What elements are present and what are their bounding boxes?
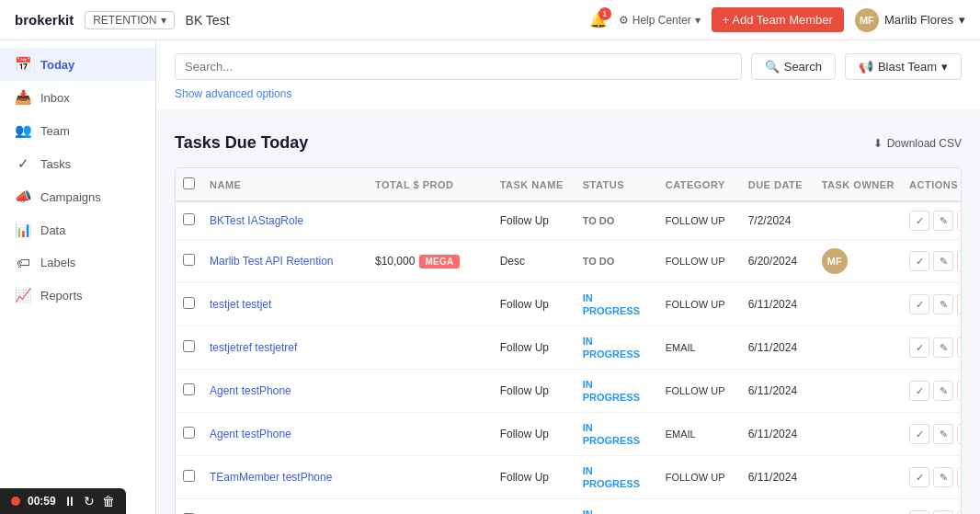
contact-name-link[interactable]: Marlib Test API Retention: [210, 255, 334, 268]
row-checkbox[interactable]: [183, 297, 195, 309]
row-status: IN PROGRESS: [575, 499, 658, 515]
contact-name-link[interactable]: testjetref testjetref: [210, 341, 297, 354]
action-edit-button[interactable]: ✎: [933, 510, 953, 514]
row-total: [368, 413, 493, 456]
row-checkbox-cell: [176, 240, 202, 283]
col-due-date: DUE DATE: [741, 168, 815, 201]
action-delete-button[interactable]: 🗑: [957, 381, 962, 401]
row-checkbox[interactable]: [183, 254, 195, 266]
recording-indicator: [11, 497, 20, 506]
action-check-button[interactable]: ✓: [909, 294, 929, 314]
search-row: 🔍 Search 📢 Blast Team ▾: [175, 53, 962, 80]
action-check-button[interactable]: ✓: [909, 424, 929, 444]
action-delete-button[interactable]: 🗑: [957, 251, 962, 271]
sidebar-item-labels[interactable]: 🏷 Labels: [0, 246, 155, 279]
row-checkbox[interactable]: [183, 383, 195, 395]
action-delete-button[interactable]: 🗑: [957, 510, 962, 514]
status-badge: TO DO: [583, 215, 615, 226]
row-task-name: Follow Up: [493, 201, 575, 240]
action-delete-button[interactable]: 🗑: [957, 424, 962, 444]
recording-stop-button[interactable]: 🗑: [102, 494, 115, 508]
retention-dropdown[interactable]: RETENTION ▾: [85, 11, 174, 29]
category-value: EMAIL: [666, 428, 696, 440]
user-menu-button[interactable]: MF Marlib Flores ▾: [855, 8, 965, 32]
search-button[interactable]: 🔍 Search: [751, 53, 836, 80]
search-input[interactable]: [185, 60, 732, 74]
action-check-button[interactable]: ✓: [909, 381, 929, 401]
action-delete-button[interactable]: 🗑: [957, 467, 962, 487]
contact-name-link[interactable]: Agent testPhone: [210, 384, 291, 397]
table-row: testjetref testjetref Follow Up IN PROGR…: [176, 326, 962, 370]
action-delete-button[interactable]: 🗑: [957, 211, 962, 231]
action-edit-button[interactable]: ✎: [933, 381, 953, 401]
action-edit-button[interactable]: ✎: [933, 337, 953, 358]
row-due-date: 6/11/2024: [741, 456, 815, 499]
blast-team-button[interactable]: 📢 Blast Team ▾: [845, 53, 962, 80]
row-category: EMAIL: [658, 499, 741, 515]
contact-name-link[interactable]: testjet testjet: [210, 298, 271, 311]
status-badge: IN PROGRESS: [583, 465, 640, 489]
contact-name-link[interactable]: Agent testPhone: [210, 428, 291, 440]
sidebar-item-inbox[interactable]: 📥 Inbox: [0, 81, 155, 114]
category-value: FOLLOW UP: [666, 385, 725, 396]
sidebar-item-tasks[interactable]: ✓ Tasks: [0, 147, 155, 180]
action-check-button[interactable]: ✓: [909, 467, 929, 487]
action-edit-button[interactable]: ✎: [933, 294, 953, 314]
row-actions: ✓ ✎ 🗑: [902, 456, 962, 499]
download-csv-button[interactable]: ⬇ Download CSV: [873, 137, 962, 150]
row-task-name: Follow Up: [493, 413, 575, 456]
notifications-button[interactable]: 🔔 1: [589, 11, 608, 29]
select-all-checkbox[interactable]: [183, 177, 195, 189]
row-checkbox[interactable]: [183, 213, 195, 225]
user-avatar: MF: [855, 8, 879, 32]
row-task-name: Follow Up: [493, 283, 575, 326]
advanced-options-link[interactable]: Show advanced options: [175, 87, 962, 109]
contact-name-link[interactable]: BKTest IAStagRole: [210, 214, 303, 227]
row-status: IN PROGRESS: [575, 283, 658, 326]
recording-refresh-button[interactable]: ↻: [84, 494, 95, 508]
action-edit-button[interactable]: ✎: [933, 424, 953, 444]
row-status: TO DO: [575, 240, 658, 283]
reports-icon: 📈: [15, 287, 31, 303]
action-edit-button[interactable]: ✎: [933, 211, 953, 231]
status-badge: IN PROGRESS: [583, 422, 640, 446]
table-row: Agent testPhone Follow Up IN PROGRESS EM…: [176, 413, 962, 456]
row-name: testjetref testjetref: [202, 326, 368, 370]
action-icons-group: ✓ ✎ 🗑: [909, 424, 962, 444]
sidebar-item-team[interactable]: 👥 Team: [0, 114, 155, 147]
add-team-member-button[interactable]: + Add Team Member: [712, 7, 844, 32]
help-center-button[interactable]: ⚙ Help Center ▾: [619, 14, 701, 27]
action-check-button[interactable]: ✓: [909, 211, 929, 231]
row-status: IN PROGRESS: [575, 413, 658, 456]
action-check-button[interactable]: ✓: [909, 251, 929, 271]
action-check-button[interactable]: ✓: [909, 337, 929, 358]
action-delete-button[interactable]: 🗑: [957, 294, 962, 314]
row-due-date: 6/20/2024: [741, 240, 815, 283]
action-icons-group: ✓ ✎ 🗑: [909, 381, 962, 401]
data-icon: 📊: [15, 222, 31, 238]
search-icon: 🔍: [765, 60, 780, 74]
action-check-button[interactable]: ✓: [909, 510, 929, 514]
sidebar-item-data[interactable]: 📊 Data: [0, 213, 155, 246]
sidebar-item-reports[interactable]: 📈 Reports: [0, 279, 155, 312]
recording-pause-button[interactable]: ⏸: [63, 494, 76, 508]
action-icons-group: ✓ ✎ 🗑: [909, 510, 962, 514]
table-row: BKTest IAStagRole Follow Up TO DO FOLLOW…: [176, 201, 962, 240]
action-delete-button[interactable]: 🗑: [957, 337, 962, 358]
row-checkbox[interactable]: [183, 340, 195, 352]
team-icon: 👥: [15, 122, 31, 139]
action-edit-button[interactable]: ✎: [933, 467, 953, 487]
row-checkbox[interactable]: [183, 427, 195, 439]
row-task-owner: [815, 413, 902, 456]
row-actions: ✓ ✎ 🗑: [902, 413, 962, 456]
sidebar-item-campaigns[interactable]: 📣 Campaigns: [0, 180, 155, 213]
sidebar-item-today[interactable]: 📅 Today: [0, 48, 155, 81]
row-checkbox[interactable]: [183, 470, 195, 482]
action-edit-button[interactable]: ✎: [933, 251, 953, 271]
contact-name-link[interactable]: TEamMember testPhone: [210, 471, 332, 484]
row-checkbox-cell: [176, 456, 202, 499]
labels-icon: 🏷: [15, 255, 31, 270]
row-name: Agent testPhone: [202, 370, 368, 413]
col-total: TOTAL $ PROD: [368, 168, 493, 201]
row-name: BKTest IAStagRole: [202, 201, 368, 240]
